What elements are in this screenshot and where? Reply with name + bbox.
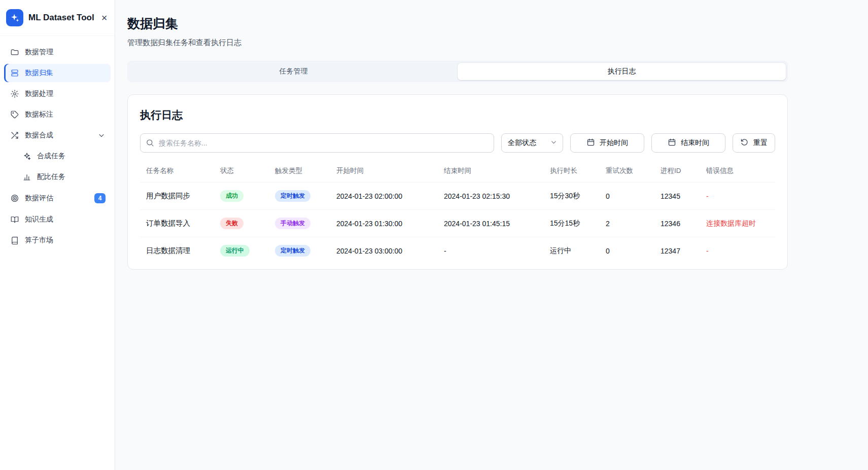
sidebar-item-data-annotation[interactable]: 数据标注 xyxy=(4,105,111,124)
pid-cell: 12347 xyxy=(654,237,700,265)
start-time-label: 开始时间 xyxy=(600,138,628,148)
col-header-duration: 执行时长 xyxy=(544,160,600,183)
table-row: 用户数据同步 成功 定时触发 2024-01-23 02:00:00 2024-… xyxy=(140,183,775,210)
sidebar-item-label: 算子市场 xyxy=(25,236,53,245)
start-time-cell: 2024-01-23 03:00:00 xyxy=(330,237,438,265)
rotate-ccw-icon xyxy=(740,138,749,148)
sidebar-header: ML Dataset Tool × xyxy=(0,0,115,36)
tab-task-management[interactable]: 任务管理 xyxy=(129,63,458,80)
sidebar-item-data-processing[interactable]: 数据处理 xyxy=(4,85,111,103)
table-row: 日志数据清理 运行中 定时触发 2024-01-23 03:00:00 - 运行… xyxy=(140,237,775,265)
app-logo xyxy=(6,9,23,26)
sidebar-item-label: 数据处理 xyxy=(25,89,53,98)
trigger-type-badge: 手动触发 xyxy=(275,218,310,229)
error-cell: 连接数据库超时 xyxy=(700,210,775,237)
table-header-row: 任务名称 状态 触发类型 开始时间 结束时间 执行时长 重试次数 进程ID 错误… xyxy=(140,160,775,183)
end-time-label: 结束时间 xyxy=(681,138,709,148)
retries-cell: 0 xyxy=(600,183,654,210)
sidebar-item-label: 数据归集 xyxy=(25,68,53,78)
col-header-end-time: 结束时间 xyxy=(438,160,544,183)
search-box xyxy=(140,133,494,153)
end-time-cell: 2024-01-23 01:45:15 xyxy=(438,210,544,237)
book-open-icon xyxy=(10,215,19,224)
server-icon xyxy=(10,68,19,78)
chevron-down-icon xyxy=(97,131,106,139)
start-time-cell: 2024-01-23 02:00:00 xyxy=(330,183,438,210)
sidebar-item-data-collection[interactable]: 数据归集 xyxy=(4,64,111,82)
evaluation-count-badge: 4 xyxy=(94,193,106,203)
error-cell: - xyxy=(700,183,775,210)
status-badge: 成功 xyxy=(220,190,244,202)
gear-icon xyxy=(10,89,19,98)
col-header-status: 状态 xyxy=(214,160,269,183)
search-icon xyxy=(146,138,154,149)
error-cell: - xyxy=(700,237,775,265)
sidebar-item-label: 数据管理 xyxy=(25,48,53,57)
trigger-type-badge: 定时触发 xyxy=(275,190,310,202)
sidebar-item-data-synthesis[interactable]: 数据合成 xyxy=(4,126,111,144)
pid-cell: 12345 xyxy=(654,183,700,210)
panel-title: 执行日志 xyxy=(140,108,775,122)
execution-logs-table: 任务名称 状态 触发类型 开始时间 结束时间 执行时长 重试次数 进程ID 错误… xyxy=(140,160,775,264)
sparkle-icon xyxy=(22,152,31,161)
col-header-pid: 进程ID xyxy=(654,160,700,183)
calendar-icon xyxy=(668,138,676,148)
sidebar-item-label: 知识生成 xyxy=(25,215,53,224)
app-window: ML Dataset Tool × 数据管理 数据归集 数据处理 xyxy=(0,0,868,470)
sidebar-item-label: 配比任务 xyxy=(37,172,65,182)
sidebar-nav: 数据管理 数据归集 数据处理 数据标注 xyxy=(0,36,115,257)
tab-execution-logs[interactable]: 执行日志 xyxy=(458,63,786,80)
shuffle-icon xyxy=(10,131,19,140)
col-header-retries: 重试次数 xyxy=(600,160,654,183)
col-header-trigger-type: 触发类型 xyxy=(269,160,330,183)
calendar-icon xyxy=(586,138,595,148)
col-header-task-name: 任务名称 xyxy=(140,160,214,183)
sidebar-item-data-management[interactable]: 数据管理 xyxy=(4,43,111,61)
sidebar-item-label: 数据标注 xyxy=(25,110,53,119)
end-time-button[interactable]: 结束时间 xyxy=(651,133,725,153)
sidebar-item-label: 数据评估 xyxy=(25,194,53,203)
task-name-cell: 日志数据清理 xyxy=(140,237,214,265)
start-time-button[interactable]: 开始时间 xyxy=(570,133,644,153)
sidebar-item-synthesis-task[interactable]: 合成任务 xyxy=(4,147,111,165)
status-filter-value: 全部状态 xyxy=(508,138,536,148)
sparkles-icon xyxy=(10,13,20,23)
target-icon xyxy=(10,194,19,203)
status-filter-select[interactable]: 全部状态 xyxy=(501,133,563,153)
reset-label: 重置 xyxy=(753,138,768,148)
trigger-type-badge: 定时触发 xyxy=(275,245,310,257)
table-row: 订单数据导入 失败 手动触发 2024-01-23 01:30:00 2024-… xyxy=(140,210,775,237)
start-time-cell: 2024-01-23 01:30:00 xyxy=(330,210,438,237)
duration-cell: 15分15秒 xyxy=(544,210,600,237)
status-badge: 失败 xyxy=(220,218,244,229)
sidebar-close-button[interactable]: × xyxy=(99,11,110,25)
col-header-error: 错误信息 xyxy=(700,160,775,183)
retries-cell: 0 xyxy=(600,237,654,265)
book-icon xyxy=(10,236,19,245)
filter-bar: 全部状态 开始时间 xyxy=(140,133,775,153)
page-title: 数据归集 xyxy=(127,15,788,32)
end-time-cell: 2024-01-23 02:15:30 xyxy=(438,183,544,210)
status-badge: 运行中 xyxy=(220,245,250,257)
app-title: ML Dataset Tool xyxy=(28,13,94,23)
sidebar-item-data-evaluation[interactable]: 数据评估 4 xyxy=(4,189,111,208)
execution-logs-panel: 执行日志 全部状态 xyxy=(127,94,788,270)
task-name-cell: 用户数据同步 xyxy=(140,183,214,210)
sidebar-item-ratio-task[interactable]: 配比任务 xyxy=(4,168,111,186)
page-subtitle: 管理数据归集任务和查看执行日志 xyxy=(127,38,788,48)
folder-icon xyxy=(10,48,19,57)
sidebar: ML Dataset Tool × 数据管理 数据归集 数据处理 xyxy=(0,0,115,470)
reset-button[interactable]: 重置 xyxy=(733,133,775,153)
tag-icon xyxy=(10,110,19,119)
pid-cell: 12346 xyxy=(654,210,700,237)
sidebar-item-label: 合成任务 xyxy=(37,152,65,161)
sidebar-item-operator-market[interactable]: 算子市场 xyxy=(4,231,111,249)
end-time-cell: - xyxy=(438,237,544,265)
task-name-cell: 订单数据导入 xyxy=(140,210,214,237)
duration-cell: 运行中 xyxy=(544,237,600,265)
sidebar-item-label: 数据合成 xyxy=(25,131,53,140)
search-input[interactable] xyxy=(140,133,494,153)
col-header-start-time: 开始时间 xyxy=(330,160,438,183)
sidebar-item-knowledge-generation[interactable]: 知识生成 xyxy=(4,210,111,229)
retries-cell: 2 xyxy=(600,210,654,237)
